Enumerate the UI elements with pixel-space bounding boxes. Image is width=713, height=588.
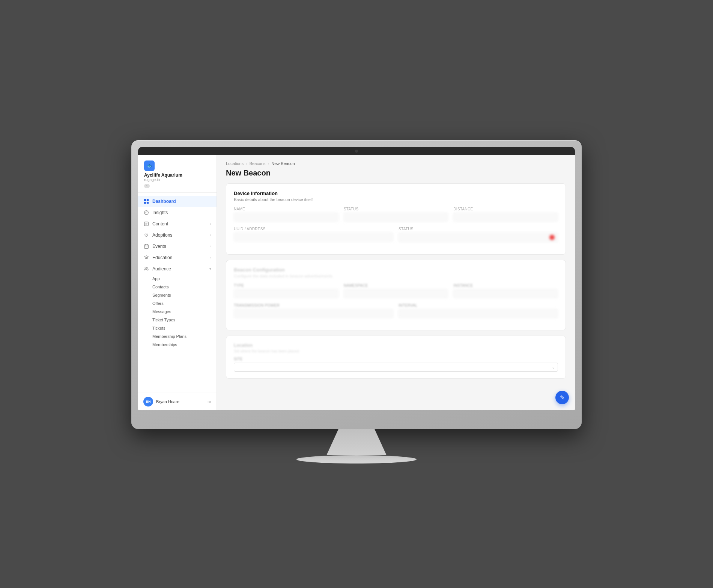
svg-point-4 [144, 211, 149, 215]
logout-icon[interactable]: ⇥ [207, 399, 211, 405]
sidebar-item-education[interactable]: Education › [138, 252, 217, 263]
breadcrumb-locations[interactable]: Locations [226, 161, 244, 166]
field-transmission: Transmission Power [234, 303, 393, 318]
monitor-stand-base [296, 455, 417, 464]
sidebar-subitem-ticket-types[interactable]: Ticket Types [138, 316, 217, 324]
events-arrow: › [210, 244, 211, 248]
sidebar-subitem-segments[interactable]: Segments [138, 291, 217, 299]
field-transmission-label: Transmission Power [234, 303, 393, 308]
sidebar-label-events: Events [152, 244, 166, 249]
sidebar-subitem-memberships[interactable]: Memberships [138, 340, 217, 349]
field-status-1-label: Status [344, 207, 448, 211]
svg-point-12 [145, 267, 146, 268]
location-title: Location [234, 343, 558, 348]
sidebar-subitem-membership-plans[interactable]: Membership Plans [138, 332, 217, 340]
sidebar-subitem-messages[interactable]: Messages [138, 308, 217, 316]
audience-arrow: ▾ [209, 267, 211, 271]
content-icon [143, 221, 149, 227]
adoptions-icon [143, 232, 149, 238]
sidebar-sublabel-offers: Offers [152, 301, 164, 306]
svg-rect-1 [147, 199, 149, 201]
sidebar-item-events[interactable]: Events › [138, 241, 217, 252]
sidebar-label-adoptions: Adoptions [152, 232, 172, 238]
sidebar-sublabel-contacts: Contacts [152, 285, 168, 289]
beacon-fields-row2: Transmission Power Interval [234, 303, 558, 318]
edit-icon: ✎ [560, 394, 565, 401]
sidebar-sublabel-tickets: Tickets [152, 326, 165, 330]
beacon-config-title: Beacon Configuration [234, 267, 558, 273]
page-title: New Beacon [226, 169, 566, 177]
field-interval: Interval [399, 303, 558, 318]
breadcrumb-new-beacon: New Beacon [271, 161, 295, 166]
field-status-2-value[interactable] [399, 232, 558, 242]
field-interval-value[interactable] [399, 309, 558, 318]
location-subtitle: Set where the beacon has been placed [234, 349, 558, 353]
field-status-2: Status [399, 227, 558, 242]
education-icon [143, 255, 149, 261]
beacon-config-subtitle: Configure the data included in beacon ad… [234, 274, 558, 278]
events-icon [143, 243, 149, 249]
field-name-value[interactable] [234, 213, 338, 222]
field-type-label: Type [234, 284, 338, 288]
nav-section: Dashboard Insights [138, 193, 217, 393]
sidebar-subitem-app[interactable]: App [138, 274, 217, 283]
main-content: Locations › Beacons › New Beacon New Bea… [217, 155, 575, 410]
location-card: Location Set where the beacon has been p… [226, 336, 566, 379]
sidebar-label-education: Education [152, 255, 172, 260]
field-status-2-label: Status [399, 227, 558, 231]
brand-section: 🐟 Aycliffe Aquarium n-gage.io 1 [138, 155, 217, 193]
sidebar-subitem-tickets[interactable]: Tickets [138, 324, 217, 332]
svg-point-13 [147, 267, 148, 268]
sidebar-item-dashboard[interactable]: Dashboard [138, 196, 217, 207]
user-name: Bryan Hoare [156, 399, 207, 404]
beacon-fields-row1: Type Namespace Instance [234, 284, 558, 298]
field-uuid-label: UUID / Address [234, 227, 393, 231]
field-uuid-value[interactable] [234, 232, 393, 242]
sidebar-sublabel-memberships: Memberships [152, 342, 177, 347]
sidebar-subitem-offers[interactable]: Offers [138, 299, 217, 308]
sidebar-item-insights[interactable]: Insights [138, 207, 217, 218]
field-status-1: Status [344, 207, 448, 222]
field-uuid: UUID / Address [234, 227, 393, 242]
svg-rect-5 [144, 222, 149, 226]
sidebar-sublabel-segments: Segments [152, 293, 171, 297]
sidebar-sublabel-ticket-types: Ticket Types [152, 318, 175, 322]
field-site: Site ⌄ [234, 357, 558, 372]
breadcrumb-beacons[interactable]: Beacons [250, 161, 266, 166]
field-distance-value[interactable] [453, 213, 558, 222]
field-type-value[interactable] [234, 289, 338, 298]
sidebar-sublabel-membership-plans: Membership Plans [152, 334, 187, 339]
svg-rect-8 [144, 245, 149, 249]
field-namespace: Namespace [344, 284, 448, 298]
sidebar-label-dashboard: Dashboard [152, 199, 176, 204]
brand-badge: 1 [144, 184, 150, 188]
breadcrumb-sep-1: › [246, 161, 247, 166]
field-site-select[interactable]: ⌄ [234, 363, 558, 372]
avatar: BH [143, 397, 153, 406]
education-arrow: › [210, 256, 211, 260]
sidebar-subitem-contacts[interactable]: Contacts [138, 283, 217, 291]
audience-icon [143, 266, 149, 272]
insights-icon [143, 210, 149, 216]
device-fields-row2: UUID / Address Status [234, 227, 558, 242]
field-transmission-value[interactable] [234, 309, 393, 318]
field-name-label: Name [234, 207, 338, 211]
field-status-1-value[interactable] [344, 213, 448, 222]
field-distance: Distance [453, 207, 558, 222]
sidebar-label-audience: Audience [152, 266, 171, 272]
device-fields-row1: Name Status Distance [234, 207, 558, 222]
brand-logo: 🐟 [144, 160, 155, 171]
field-instance: Instance [453, 284, 558, 298]
sidebar-item-adoptions[interactable]: Adoptions › [138, 230, 217, 241]
sidebar-item-audience[interactable]: Audience ▾ [138, 263, 217, 274]
field-instance-value[interactable] [453, 289, 558, 298]
edit-fab-button[interactable]: ✎ [555, 391, 569, 404]
field-namespace-value[interactable] [344, 289, 448, 298]
sidebar-item-content[interactable]: Content › [138, 218, 217, 230]
sidebar-sublabel-app: App [152, 276, 160, 281]
dashboard-icon [143, 198, 149, 204]
field-site-label: Site [234, 357, 558, 361]
field-distance-label: Distance [453, 207, 558, 211]
device-info-title: Device Information [234, 190, 558, 196]
status-color-dot [549, 235, 555, 240]
